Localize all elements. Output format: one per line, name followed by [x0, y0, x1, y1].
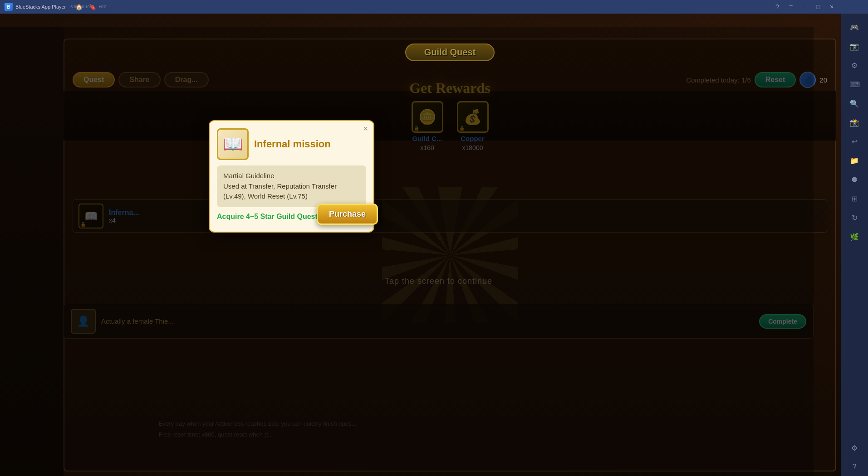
settings-tool[interactable]: ⚙ — [844, 56, 865, 74]
search-tool[interactable]: 🔍 — [844, 94, 865, 112]
sidebar-logo-tool[interactable]: 🎮 — [844, 18, 865, 36]
titlebar-icon-group: 🏠 🔖 — [73, 0, 99, 14]
help-button[interactable]: ? — [770, 0, 784, 14]
app-build: H12 — [99, 5, 107, 9]
bookmark-icon[interactable]: 🔖 — [86, 0, 99, 13]
keyboard-tool[interactable]: ⌨ — [844, 75, 865, 93]
tooltip-overlay[interactable] — [0, 27, 814, 476]
tooltip-popup: × 📖 Infernal mission Martial Guideline U… — [209, 120, 374, 233]
close-button[interactable]: × — [825, 0, 839, 14]
tooltip-close-button[interactable]: × — [363, 125, 368, 133]
macro-tool[interactable]: ⏺ — [844, 170, 865, 189]
share-tool[interactable]: ↩ — [844, 132, 865, 151]
right-sidebar: 🎮 📷 ⚙ ⌨ 🔍 📸 ↩ 📁 ⏺ ⊞ ↻ 🌿 ⚙ ? — [841, 14, 868, 476]
eco-tool[interactable]: 🌿 — [844, 228, 865, 246]
tooltip-header: 📖 Infernal mission — [217, 128, 366, 160]
titlebar: B BlueStacks App Player 5.6.110.1002 H12… — [0, 0, 868, 14]
menu-button[interactable]: ≡ — [784, 0, 798, 14]
multi-tool[interactable]: ⊞ — [844, 189, 865, 208]
screenshot-tool[interactable]: 📷 — [844, 37, 865, 55]
tooltip-description-box: Martial Guideline Used at Transfer, Repu… — [217, 165, 366, 207]
app-name: BlueStacks App Player — [15, 4, 66, 10]
maximize-button[interactable]: □ — [811, 0, 825, 14]
files-tool[interactable]: 📁 — [844, 151, 865, 170]
window-controls: ? ≡ − □ × — [770, 0, 839, 14]
minimize-button[interactable]: − — [798, 0, 811, 14]
camera-tool[interactable]: 📸 — [844, 113, 865, 131]
app-icon: B — [5, 3, 13, 11]
tooltip-description-text: Martial Guideline Used at Transfer, Repu… — [223, 171, 360, 202]
tooltip-item-icon: 📖 — [217, 128, 249, 160]
bottom-help-tool[interactable]: ? — [844, 458, 865, 476]
home-icon[interactable]: 🏠 — [73, 0, 85, 13]
game-area: Guild Quest Quest Share Drag... Complete… — [0, 14, 841, 476]
rotate-tool[interactable]: ↻ — [844, 209, 865, 227]
bottom-settings-tool[interactable]: ⚙ — [844, 439, 865, 457]
purchase-button[interactable]: Purchase — [317, 204, 378, 225]
tooltip-desc-detail: Used at Transfer, Reputation Transfer (L… — [223, 182, 337, 200]
tooltip-item-name: Infernal mission — [254, 138, 331, 150]
currency-amount: 20 — [819, 76, 827, 84]
